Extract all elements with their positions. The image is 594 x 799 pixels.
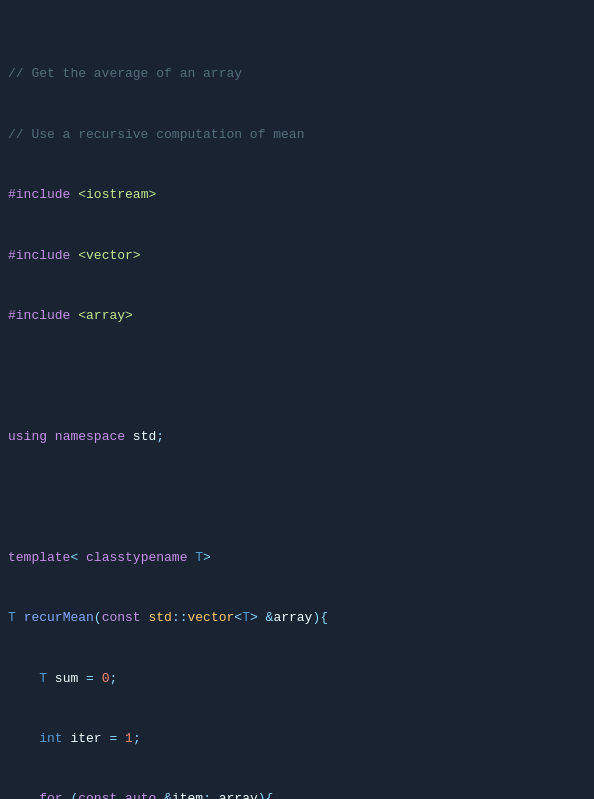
line-2: // Use a recursive computation of mean — [0, 125, 594, 145]
line-9: template< classtypename T> — [0, 548, 594, 568]
line-3: #include <iostream> — [0, 185, 594, 205]
line-6 — [0, 367, 594, 387]
line-13: for (const auto &item: array){ — [0, 789, 594, 799]
line-4: #include <vector> — [0, 246, 594, 266]
line-5: #include <array> — [0, 306, 594, 326]
line-7: using namespace std; — [0, 427, 594, 447]
code-editor: // Get the average of an array // Use a … — [0, 0, 594, 799]
line-10: T recurMean(const std::vector<T> &array)… — [0, 608, 594, 628]
line-1: // Get the average of an array — [0, 64, 594, 84]
line-11: T sum = 0; — [0, 669, 594, 689]
line-8 — [0, 487, 594, 507]
line-12: int iter = 1; — [0, 729, 594, 749]
